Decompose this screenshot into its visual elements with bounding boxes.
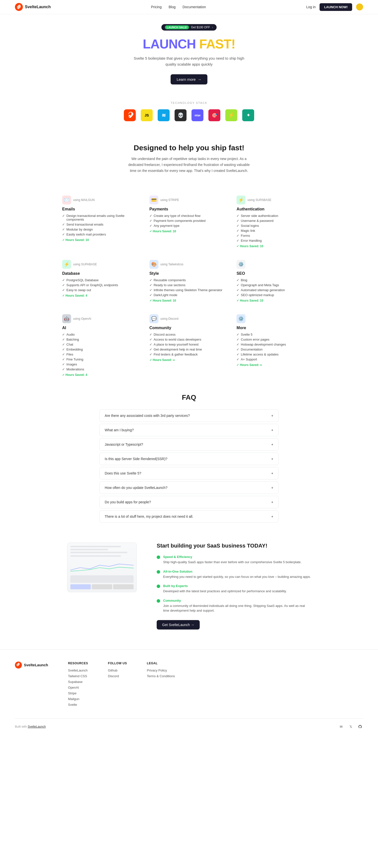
- faq-item[interactable]: Are there any associated costs with 3rd …: [99, 409, 279, 422]
- feature-list-item: Modular by design: [62, 227, 142, 231]
- feature-list-item: Get development help in real time: [149, 347, 229, 351]
- footer-link[interactable]: Svelte: [68, 703, 88, 707]
- cta-point: Built by Experts Developed with the late…: [157, 584, 311, 594]
- footer-link[interactable]: Stripe: [68, 691, 88, 695]
- hours-saved: ✓ Hours Saved: 10: [149, 299, 229, 302]
- cta-point-content: Built by Experts Developed with the late…: [163, 584, 287, 594]
- feature-list-item: Svelte 5: [236, 333, 316, 336]
- cta-point-desc: Everything you need to get started quick…: [163, 575, 311, 579]
- faq-question: How often do you update SvelteLaunch?: [105, 486, 167, 490]
- feature-title: Style: [149, 271, 229, 276]
- feature-list-item: Access to world class developers: [149, 338, 229, 341]
- footer-columns: RESOURCESSvelteLaunchTailwind CSSSupabas…: [68, 661, 363, 709]
- hours-saved: ✓ Hours Saved: 10: [62, 238, 142, 242]
- cta-content: Start building your SaaS business TODAY!…: [157, 542, 311, 629]
- tech-icon-stripe: stripe: [192, 109, 203, 121]
- cta-point-dot: [157, 556, 160, 559]
- faq-item[interactable]: Does this use Svelte 5? +: [99, 467, 279, 479]
- feature-list-item: Batching: [62, 338, 142, 341]
- faq-expand-icon: +: [271, 428, 273, 432]
- nav-right: Log in LAUNCH NOW!: [306, 3, 363, 11]
- hero-title-fast: FAST!: [199, 37, 235, 51]
- feature-list-item: Easy to swap out: [62, 288, 142, 292]
- github-social-icon[interactable]: [357, 724, 363, 730]
- faq-expand-icon: +: [271, 500, 273, 504]
- tech-stack-label: TECHNOLOGY STACK: [5, 101, 373, 104]
- feature-title: Emails: [62, 207, 142, 211]
- footer-built-link[interactable]: SvelteLaunch: [28, 725, 46, 728]
- learn-more-label: Learn more: [177, 77, 196, 82]
- designed-description: We understand the pain of repetitive set…: [127, 156, 251, 174]
- feature-list-item: Supports API or GraphQL endpoints: [62, 283, 142, 287]
- nav-pricing[interactable]: Pricing: [151, 5, 162, 9]
- feature-title: Authentication: [236, 207, 316, 211]
- faq-item[interactable]: How often do you update SvelteLaunch? +: [99, 482, 279, 494]
- feature-title: AI: [62, 326, 142, 330]
- learn-more-button[interactable]: Learn more →: [171, 74, 207, 85]
- faq-item[interactable]: Do you build apps for people? +: [99, 496, 279, 508]
- launch-button[interactable]: LAUNCH NOW!: [320, 3, 352, 11]
- feature-using: using Discord: [161, 317, 179, 320]
- footer-link[interactable]: Github: [108, 669, 127, 672]
- hero-badge: LAUNCH SALE! Get $100 OFF ›: [162, 24, 216, 31]
- faq-item[interactable]: Is this app Server Side Rendered(SSR)? +: [99, 453, 279, 465]
- feature-list-item: Design transactional emails using Svelte…: [62, 214, 142, 221]
- feature-list-item: Custom error pages: [236, 338, 316, 341]
- hours-saved: ✓ Hours Saved: 10: [236, 244, 316, 248]
- footer-link[interactable]: Terms & Conditions: [147, 674, 175, 678]
- faq-question: Javascript or Typescript?: [105, 442, 143, 446]
- feature-list-item: Any payment type: [149, 224, 229, 227]
- svelte-logo-icon: [15, 3, 23, 11]
- feature-card: ⚙️ More Svelte 5Custom error pagesHotswa…: [236, 312, 316, 379]
- footer-link[interactable]: Discord: [108, 674, 127, 678]
- feature-list-item: Easily switch mail providers: [62, 232, 142, 236]
- faq-item[interactable]: Javascript or Typescript? +: [99, 438, 279, 451]
- cta-preview: [67, 542, 142, 592]
- footer-link[interactable]: Supabase: [68, 680, 88, 684]
- feature-using: using STRIPE: [161, 198, 179, 202]
- feature-icon: 💳: [149, 195, 158, 205]
- feature-list-item: Documentation: [236, 347, 316, 351]
- footer-link[interactable]: Tailwind CSS: [68, 674, 88, 678]
- faq-expand-icon: +: [271, 414, 273, 417]
- footer-link[interactable]: OpenAI: [68, 686, 88, 689]
- feature-icon: ✉️: [62, 195, 71, 205]
- get-sveltelaunch-button[interactable]: Get SvelteLaunch →: [157, 620, 200, 629]
- preview-image: [67, 542, 137, 592]
- tech-icon-js: JS: [141, 109, 153, 121]
- tech-icon-svelte: [124, 109, 136, 121]
- feature-icon: ⚡: [236, 195, 245, 205]
- nav-logo[interactable]: SvelteLaunch: [15, 3, 51, 11]
- feature-list-item: SEO optimized markup: [236, 293, 316, 297]
- footer-link[interactable]: Privacy Policy: [147, 669, 175, 672]
- feature-list-item: Images: [62, 363, 142, 366]
- cta-point-title: All-in-One Solution: [163, 570, 311, 574]
- footer-link[interactable]: SvelteLaunch: [68, 669, 88, 672]
- feature-using: using MAILGUN: [73, 198, 95, 202]
- feature-card: 💬 using Discord Community Discord access…: [149, 312, 229, 379]
- feature-header: ⚡ using SUPABASE: [236, 195, 316, 205]
- faq-question: Do you build apps for people?: [105, 500, 151, 504]
- cta-point: All-in-One Solution Everything you need …: [157, 570, 311, 579]
- twitter-social-icon[interactable]: 𝕏: [348, 724, 354, 730]
- feature-list-item: A place to keep yourself honest: [149, 343, 229, 346]
- faq-item[interactable]: There is a lot of stuff here, my project…: [99, 510, 279, 523]
- login-button[interactable]: Log in: [306, 5, 316, 9]
- email-social-icon[interactable]: ✉: [338, 724, 344, 730]
- nav-blog[interactable]: Blog: [169, 5, 176, 9]
- feature-list-item: Discord access: [149, 333, 229, 336]
- hours-saved: ✓ Hours Saved: 10: [236, 299, 316, 302]
- tech-icon-ghost: 💀: [175, 109, 186, 121]
- tech-icon-lightning: ⚡: [225, 109, 237, 121]
- feature-icon: ⚡: [62, 260, 71, 269]
- feature-card: 🎨 using Tailwindcss Style Reusable compo…: [149, 258, 229, 304]
- preview-bar-3: [70, 552, 127, 553]
- hours-saved: ✓ Hours Saved: 10: [149, 229, 229, 233]
- footer-link[interactable]: Mailgun: [68, 697, 88, 701]
- feature-list: PostgreSQL DatabaseSupports API or Graph…: [62, 278, 142, 292]
- faq-item[interactable]: What am I buying? +: [99, 424, 279, 436]
- feature-list-item: Find testers & gather feedback: [149, 352, 229, 356]
- feature-header: ⚙️: [236, 314, 316, 323]
- faq-question: Are there any associated costs with 3rd …: [105, 414, 190, 417]
- nav-docs[interactable]: Documentation: [182, 5, 206, 9]
